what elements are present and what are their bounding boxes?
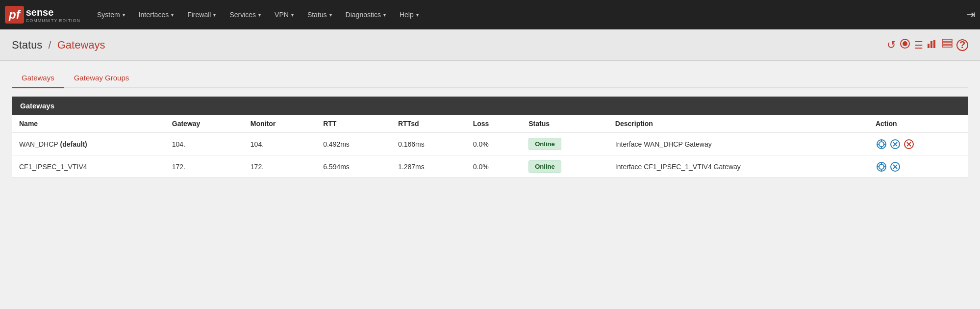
col-description: Description xyxy=(608,115,869,133)
nav-link-help[interactable]: Help ▾ xyxy=(393,0,426,29)
content: Gateways Gateway Groups Gateways Name Ga… xyxy=(0,61,980,186)
record-icon[interactable] xyxy=(900,38,910,52)
row1-name-suffix: (default) xyxy=(58,140,87,148)
chevron-down-icon: ▾ xyxy=(123,12,125,18)
chevron-down-icon: ▾ xyxy=(258,12,261,18)
row1-rtt: 0.492ms xyxy=(316,133,391,155)
svg-point-21 xyxy=(879,164,884,169)
row1-action-icon-3[interactable] xyxy=(903,138,915,150)
brand[interactable]: pf sense COMMUNITY EDITION xyxy=(5,6,80,24)
svg-rect-6 xyxy=(942,42,952,44)
navbar: pf sense COMMUNITY EDITION System ▾ Inte… xyxy=(0,0,980,29)
row1-name-text: WAN_DHCP xyxy=(19,140,58,148)
nav-item-status[interactable]: Status ▾ xyxy=(301,0,339,29)
nav-link-interfaces[interactable]: Interfaces ▾ xyxy=(132,0,180,29)
breadcrumb: Status / Gateways xyxy=(12,39,105,52)
col-gateway: Gateway xyxy=(165,115,244,133)
row1-rttsd: 0.166ms xyxy=(391,133,466,155)
status-badge: Online xyxy=(528,160,561,173)
tabs: Gateways Gateway Groups xyxy=(12,69,968,88)
nav-menu: System ▾ Interfaces ▾ Firewall ▾ Service… xyxy=(90,0,966,29)
row2-status: Online xyxy=(522,155,608,178)
chevron-down-icon: ▾ xyxy=(213,12,216,18)
chevron-down-icon: ▾ xyxy=(416,12,419,18)
row2-gateway: 172. xyxy=(165,155,244,178)
table-title: Gateways xyxy=(12,97,968,115)
brand-pf: pf xyxy=(9,8,20,22)
row2-action-icon-2[interactable] xyxy=(889,161,901,173)
gateways-table-container: Gateways Name Gateway Monitor RTT RTTsd … xyxy=(12,96,968,178)
tab-gateway-groups[interactable]: Gateway Groups xyxy=(64,69,139,88)
nav-item-interfaces[interactable]: Interfaces ▾ xyxy=(132,0,180,29)
sliders-icon[interactable]: ☰ xyxy=(914,39,923,51)
nav-link-system[interactable]: System ▾ xyxy=(90,0,132,29)
svg-rect-2 xyxy=(928,44,930,48)
col-rtt: RTT xyxy=(316,115,391,133)
gateways-table: Name Gateway Monitor RTT RTTsd Loss Stat… xyxy=(12,115,968,178)
svg-rect-4 xyxy=(933,40,935,48)
nav-item-system[interactable]: System ▾ xyxy=(90,0,132,29)
col-name: Name xyxy=(12,115,165,133)
row1-status: Online xyxy=(522,133,608,155)
row2-action-icons xyxy=(876,161,961,173)
row2-rttsd: 1.287ms xyxy=(391,155,466,178)
table-head: Name Gateway Monitor RTT RTTsd Loss Stat… xyxy=(12,115,968,133)
table-row: CF1_IPSEC_1_VTIV4 172. 172. 6.594ms 1.28… xyxy=(12,155,968,178)
row2-action-icon-1[interactable] xyxy=(876,161,887,173)
nav-item-services[interactable]: Services ▾ xyxy=(223,0,268,29)
svg-rect-5 xyxy=(942,39,952,41)
row1-action-icon-1[interactable] xyxy=(876,138,887,150)
nav-link-firewall[interactable]: Firewall ▾ xyxy=(180,0,223,29)
nav-item-firewall[interactable]: Firewall ▾ xyxy=(180,0,223,29)
row1-name: WAN_DHCP (default) xyxy=(12,133,165,155)
chevron-down-icon: ▾ xyxy=(329,12,332,18)
row2-monitor: 172. xyxy=(244,155,316,178)
brand-name: sense xyxy=(26,7,54,18)
svg-point-9 xyxy=(879,142,884,147)
breadcrumb-parent: Status xyxy=(12,39,42,51)
breadcrumb-current: Gateways xyxy=(57,39,105,51)
chevron-down-icon: ▾ xyxy=(171,12,174,18)
brand-edition: COMMUNITY EDITION xyxy=(26,18,80,23)
row1-description: Interface WAN_DHCP Gateway xyxy=(608,133,869,155)
tab-gateways[interactable]: Gateways xyxy=(12,69,64,88)
row1-loss: 0.0% xyxy=(466,133,522,155)
col-monitor: Monitor xyxy=(244,115,316,133)
row1-gateway: 104. xyxy=(165,133,244,155)
nav-link-vpn[interactable]: VPN ▾ xyxy=(268,0,301,29)
nav-link-services[interactable]: Services ▾ xyxy=(223,0,268,29)
nav-link-status[interactable]: Status ▾ xyxy=(301,0,339,29)
svg-rect-3 xyxy=(930,41,932,48)
help-icon[interactable]: ? xyxy=(956,39,968,51)
chevron-down-icon: ▾ xyxy=(383,12,386,18)
col-loss: Loss xyxy=(466,115,522,133)
page-header: Status / Gateways ↺ ☰ ? xyxy=(0,29,980,61)
nav-link-diagnostics[interactable]: Diagnostics ▾ xyxy=(339,0,393,29)
status-badge: Online xyxy=(528,138,561,150)
row1-action xyxy=(869,133,968,155)
row2-description: Interface CF1_IPSEC_1_VTIV4 Gateway xyxy=(608,155,869,178)
col-action: Action xyxy=(869,115,968,133)
row1-monitor: 104. xyxy=(244,133,316,155)
row1-action-icon-2[interactable] xyxy=(889,138,901,150)
col-status: Status xyxy=(522,115,608,133)
breadcrumb-separator: / xyxy=(49,39,51,51)
nav-item-help[interactable]: Help ▾ xyxy=(393,0,426,29)
row2-action xyxy=(869,155,968,178)
refresh-icon[interactable]: ↺ xyxy=(887,39,896,52)
brand-text: sense COMMUNITY EDITION xyxy=(26,7,80,23)
chevron-down-icon: ▾ xyxy=(291,12,294,18)
nav-item-diagnostics[interactable]: Diagnostics ▾ xyxy=(339,0,393,29)
col-rttsd: RTTsd xyxy=(391,115,466,133)
chart-icon[interactable] xyxy=(927,39,938,51)
nav-item-vpn[interactable]: VPN ▾ xyxy=(268,0,301,29)
svg-point-1 xyxy=(903,41,907,46)
table-icon[interactable] xyxy=(942,39,953,51)
table-header-row: Name Gateway Monitor RTT RTTsd Loss Stat… xyxy=(12,115,968,133)
table-row: WAN_DHCP (default) 104. 104. 0.492ms 0.1… xyxy=(12,133,968,155)
row2-name: CF1_IPSEC_1_VTIV4 xyxy=(12,155,165,178)
header-actions: ↺ ☰ ? xyxy=(887,38,968,52)
logout-icon[interactable]: ⇥ xyxy=(966,8,975,21)
svg-rect-7 xyxy=(942,45,952,47)
brand-logo: pf xyxy=(5,6,24,24)
